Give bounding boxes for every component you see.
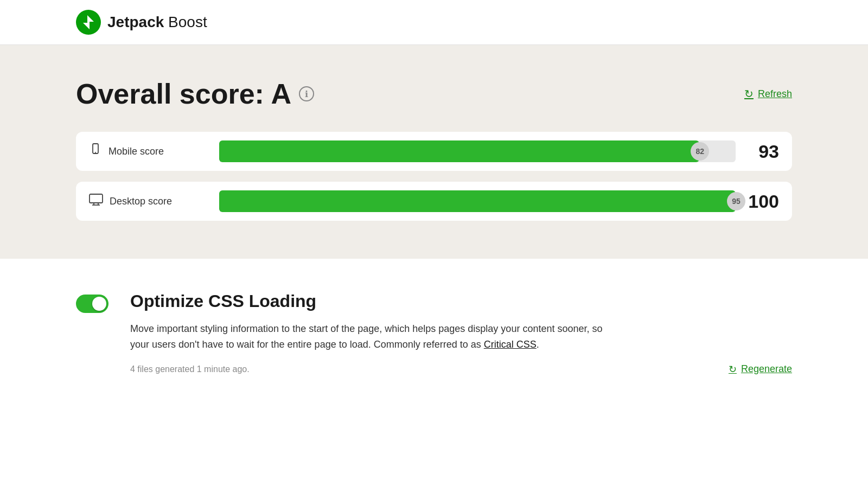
- optimize-css-description: Move important styling information to th…: [130, 321, 618, 353]
- mobile-bar-container: 82: [219, 140, 736, 162]
- desktop-icon: [89, 194, 103, 209]
- desktop-bar-fill: 95: [219, 190, 736, 212]
- mobile-label-text: Mobile score: [108, 146, 164, 157]
- mobile-score-row: Mobile score 82 93: [76, 132, 792, 171]
- optimize-css-title: Optimize CSS Loading: [130, 291, 792, 311]
- features-section: Optimize CSS Loading Move important styl…: [0, 259, 868, 430]
- app-header: Jetpack Boost: [0, 0, 868, 45]
- regenerate-button[interactable]: ↻ Regenerate: [729, 363, 792, 375]
- score-bars: Mobile score 82 93 Des: [76, 132, 792, 221]
- desktop-label-text: Desktop score: [110, 196, 172, 207]
- mobile-bar-fill: 82: [219, 140, 699, 162]
- mobile-prev-score: 82: [691, 142, 709, 161]
- mobile-icon: [89, 143, 102, 159]
- description-after: .: [537, 339, 539, 350]
- app-title: Jetpack Boost: [107, 14, 207, 31]
- refresh-button[interactable]: ↻ Refresh: [744, 87, 792, 100]
- score-header: Overall score: A ℹ ↻ Refresh: [76, 78, 792, 110]
- svg-rect-3: [90, 194, 103, 203]
- mobile-score-label: Mobile score: [89, 143, 208, 159]
- optimize-css-feature: Optimize CSS Loading Move important styl…: [76, 291, 792, 397]
- desktop-bar-container: 95: [219, 190, 736, 212]
- desktop-prev-score: 95: [727, 192, 745, 210]
- optimize-css-toggle-wrapper[interactable]: [76, 295, 108, 313]
- svg-point-2: [95, 152, 96, 153]
- refresh-label: Refresh: [758, 88, 792, 100]
- score-section: Overall score: A ℹ ↻ Refresh Mobile scor…: [0, 45, 868, 259]
- overall-score-title: Overall score: A ℹ: [76, 78, 314, 110]
- optimize-css-content: Optimize CSS Loading Move important styl…: [130, 291, 792, 375]
- optimize-css-footer: 4 files generated 1 minute ago. ↻ Regene…: [130, 363, 792, 375]
- toggle-knob: [92, 297, 106, 311]
- desktop-score-label: Desktop score: [89, 194, 208, 209]
- jetpack-logo: [76, 10, 101, 35]
- critical-css-link[interactable]: Critical CSS: [484, 339, 537, 350]
- info-icon[interactable]: ℹ: [299, 86, 314, 101]
- desktop-current-score: 100: [746, 191, 779, 212]
- mobile-current-score: 93: [746, 141, 779, 162]
- regenerate-icon: ↻: [729, 363, 737, 375]
- desktop-score-row: Desktop score 95 100: [76, 182, 792, 221]
- optimize-css-status: 4 files generated 1 minute ago.: [130, 364, 250, 374]
- optimize-css-toggle[interactable]: [76, 295, 108, 313]
- refresh-icon: ↻: [744, 87, 754, 100]
- overall-score-text: Overall score: A: [76, 78, 291, 110]
- regenerate-label: Regenerate: [741, 363, 792, 375]
